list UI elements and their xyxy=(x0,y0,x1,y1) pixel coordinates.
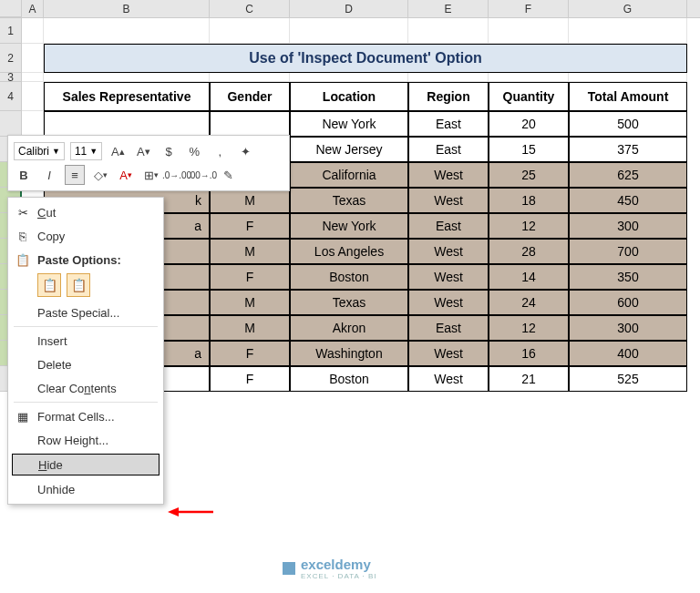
cell[interactable]: 14 xyxy=(489,264,569,290)
cell[interactable]: 16 xyxy=(489,341,569,366)
hdr-loc: Location xyxy=(290,82,408,111)
align-button[interactable]: ≡ xyxy=(65,165,85,185)
percent-button[interactable]: % xyxy=(184,141,204,161)
fill-color-button[interactable]: ◇▾ xyxy=(90,165,110,185)
paste-icon[interactable]: 📋 xyxy=(37,273,61,297)
cell[interactable]: 25 xyxy=(489,162,569,188)
cell[interactable]: Washington xyxy=(290,341,408,366)
format-painter-icon[interactable]: ✦ xyxy=(235,141,255,161)
col-g[interactable]: G xyxy=(569,0,687,17)
cell[interactable]: 400 xyxy=(569,341,687,366)
cell[interactable]: Akron xyxy=(290,315,408,341)
italic-button[interactable]: I xyxy=(39,165,59,185)
menu-insert[interactable]: Insert xyxy=(8,329,163,353)
row-head-1[interactable]: 1 xyxy=(0,18,22,44)
cell[interactable]: 375 xyxy=(569,137,687,162)
cell[interactable]: West xyxy=(408,264,489,290)
font-select[interactable]: Calibri▼ xyxy=(14,142,65,160)
cell[interactable] xyxy=(44,111,210,137)
size-select[interactable]: 11▼ xyxy=(70,142,102,160)
cell[interactable]: M xyxy=(210,239,290,264)
col-c[interactable]: C xyxy=(210,0,290,17)
cell[interactable]: 300 xyxy=(569,315,687,341)
cell[interactable]: M xyxy=(210,290,290,315)
cell[interactable]: West xyxy=(408,239,489,264)
currency-button[interactable]: $ xyxy=(159,141,179,161)
select-all-cell[interactable] xyxy=(0,0,22,17)
cell[interactable]: F xyxy=(210,341,290,366)
cell[interactable] xyxy=(210,111,290,137)
bold-button[interactable]: B xyxy=(14,165,34,185)
row-head-3[interactable]: 3 xyxy=(0,73,22,82)
menu-format-cells[interactable]: ▦Format Cells... xyxy=(8,404,163,428)
cell[interactable]: California xyxy=(290,162,408,188)
cell[interactable]: East xyxy=(408,213,489,239)
cell[interactable]: 12 xyxy=(489,315,569,341)
cell[interactable]: West xyxy=(408,290,489,315)
menu-cut[interactable]: ✂Cut xyxy=(8,200,163,224)
cell[interactable]: New York xyxy=(290,111,408,137)
cell[interactable]: West xyxy=(408,341,489,366)
brush-icon[interactable]: ✎ xyxy=(218,165,238,185)
cell[interactable]: 15 xyxy=(489,137,569,162)
cell[interactable]: 300 xyxy=(569,213,687,239)
cell[interactable]: East xyxy=(408,315,489,341)
col-e[interactable]: E xyxy=(408,0,489,17)
cell[interactable]: 525 xyxy=(569,366,687,392)
cell[interactable]: 450 xyxy=(569,188,687,213)
col-b[interactable]: B xyxy=(44,0,210,17)
svg-marker-1 xyxy=(168,507,179,516)
cell[interactable]: 350 xyxy=(569,264,687,290)
comma-button[interactable]: , xyxy=(210,141,230,161)
cell[interactable]: West xyxy=(408,188,489,213)
menu-copy[interactable]: ⎘Copy xyxy=(8,224,163,248)
hdr-gender: Gender xyxy=(210,82,290,111)
menu-paste-special[interactable]: Paste Special... xyxy=(8,301,163,324)
cell[interactable]: East xyxy=(408,137,489,162)
cell[interactable]: Boston xyxy=(290,264,408,290)
cell[interactable]: F xyxy=(210,366,290,392)
cell[interactable]: M xyxy=(210,315,290,341)
col-d[interactable]: D xyxy=(290,0,408,17)
row-head[interactable] xyxy=(0,111,22,137)
menu-unhide[interactable]: Unhide xyxy=(8,477,163,501)
menu-row-height[interactable]: Row Height... xyxy=(8,428,163,452)
cell[interactable]: 24 xyxy=(489,290,569,315)
cell[interactable]: Texas xyxy=(290,290,408,315)
grow-font-button[interactable]: A▴ xyxy=(108,141,128,161)
cell[interactable]: F xyxy=(210,264,290,290)
col-a[interactable]: A xyxy=(22,0,44,17)
cell[interactable]: New Jersey xyxy=(290,137,408,162)
cell[interactable]: 625 xyxy=(569,162,687,188)
menu-clear-contents[interactable]: Clear Contents xyxy=(8,376,163,400)
cell[interactable]: M xyxy=(210,188,290,213)
borders-button[interactable]: ⊞▾ xyxy=(141,165,161,185)
inc-decimal-button[interactable]: .0→.00 xyxy=(167,165,187,185)
cell[interactable]: 21 xyxy=(489,366,569,392)
mini-toolbar[interactable]: Calibri▼ 11▼ A▴ A▾ $ % , ✦ B I ≡ ◇▾ A▾ ⊞… xyxy=(7,135,290,191)
cell[interactable]: 20 xyxy=(489,111,569,137)
font-color-button[interactable]: A▾ xyxy=(116,165,136,185)
menu-delete[interactable]: Delete xyxy=(8,353,163,376)
col-f[interactable]: F xyxy=(489,0,569,17)
row-head-2[interactable]: 2 xyxy=(0,44,22,73)
paste-values-icon[interactable]: 📋 xyxy=(67,273,90,297)
cell[interactable]: West xyxy=(408,162,489,188)
row-head-4[interactable]: 4 xyxy=(0,82,22,111)
cell[interactable]: East xyxy=(408,111,489,137)
cell[interactable]: 12 xyxy=(489,213,569,239)
shrink-font-button[interactable]: A▾ xyxy=(133,141,153,161)
cell[interactable]: F xyxy=(210,213,290,239)
cell[interactable]: Boston xyxy=(290,366,408,392)
cell[interactable]: Los Angeles xyxy=(290,239,408,264)
cell[interactable]: 500 xyxy=(569,111,687,137)
cell[interactable]: West xyxy=(408,366,489,392)
menu-hide[interactable]: Hide xyxy=(12,454,160,475)
dec-decimal-button[interactable]: .00→.0 xyxy=(192,165,212,185)
cell[interactable]: 28 xyxy=(489,239,569,264)
cell[interactable]: 700 xyxy=(569,239,687,264)
cell[interactable]: New York xyxy=(290,213,408,239)
cell[interactable]: Texas xyxy=(290,188,408,213)
cell[interactable]: 18 xyxy=(489,188,569,213)
cell[interactable]: 600 xyxy=(569,290,687,315)
